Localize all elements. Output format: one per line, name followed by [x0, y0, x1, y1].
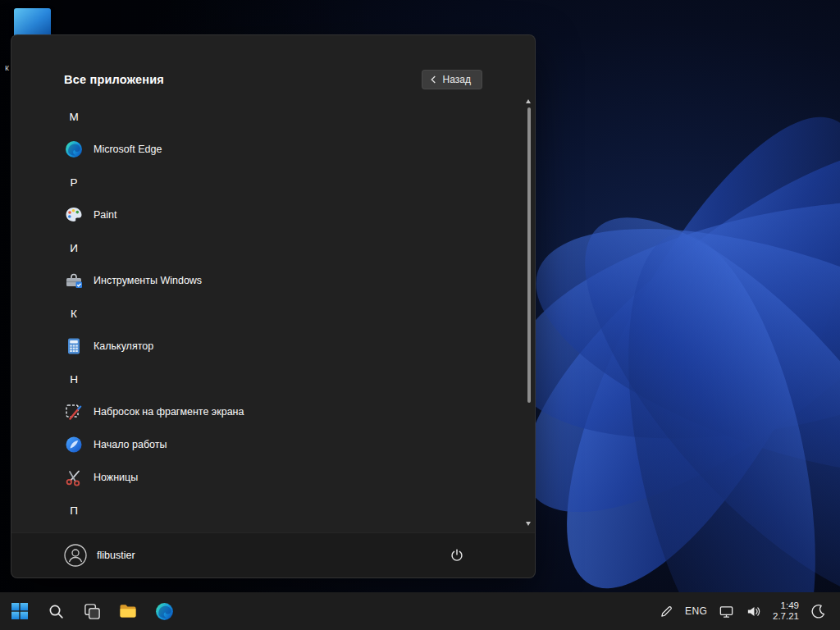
- letter-label: Н: [64, 373, 84, 386]
- desktop-icon-label: к: [5, 62, 9, 72]
- taskbar-app-icons: [0, 592, 184, 630]
- folder-icon: [118, 601, 138, 621]
- edge-taskbar-button[interactable]: [148, 592, 180, 630]
- snip-sketch-icon: [64, 402, 84, 422]
- letter-header-n[interactable]: Н: [64, 363, 510, 395]
- taskbar: ENG 1:49 2.7.21: [0, 592, 840, 630]
- user-name: flibustier: [97, 550, 135, 561]
- app-label: Ножницы: [94, 472, 138, 483]
- letter-label: И: [64, 242, 84, 254]
- calculator-icon: [64, 336, 84, 356]
- letter-header-k[interactable]: К: [64, 297, 510, 330]
- app-row-snipping-tool[interactable]: Ножницы: [64, 461, 510, 494]
- clock-date: 2.7.21: [773, 611, 799, 623]
- all-apps-header: Все приложения Назад: [64, 70, 482, 89]
- user-profile[interactable]: flibustier: [64, 544, 135, 567]
- letter-label: M: [64, 111, 84, 123]
- language-indicator[interactable]: ENG: [679, 595, 713, 628]
- windows-logo-icon: [10, 601, 30, 621]
- desktop-icon-image: [14, 8, 51, 38]
- pen-tray-button[interactable]: [654, 595, 679, 628]
- start-menu-panel: Все приложения Назад M Microsoft Edg: [11, 34, 536, 578]
- speaker-icon: [746, 604, 761, 619]
- letter-header-p[interactable]: P: [64, 166, 510, 199]
- back-button[interactable]: Назад: [422, 70, 482, 89]
- edge-icon: [154, 601, 175, 622]
- letter-label: П: [64, 504, 84, 517]
- power-button[interactable]: [443, 541, 471, 569]
- back-button-label: Назад: [443, 74, 471, 85]
- focus-assist-button[interactable]: [805, 595, 832, 628]
- task-view-button[interactable]: [75, 592, 108, 630]
- app-label: Калькулятор: [94, 340, 153, 352]
- task-view-icon: [83, 602, 102, 621]
- chevron-left-icon: [430, 75, 437, 84]
- app-row-microsoft-edge[interactable]: Microsoft Edge: [64, 133, 510, 166]
- user-avatar-icon: [64, 544, 87, 567]
- search-icon: [48, 603, 65, 620]
- desktop-icon[interactable]: к: [14, 8, 51, 38]
- scrollbar[interactable]: [526, 99, 532, 526]
- app-row-windows-tools[interactable]: Инструменты Windows: [64, 264, 510, 297]
- pen-icon: [660, 605, 673, 619]
- clock-time: 1:49: [773, 600, 799, 612]
- letter-label: К: [64, 308, 84, 320]
- all-apps-list: M Microsoft Edge P: [64, 100, 510, 527]
- app-row-calculator[interactable]: Калькулятор: [64, 330, 510, 363]
- app-row-get-started[interactable]: Начало работы: [64, 428, 510, 461]
- search-button[interactable]: [39, 592, 72, 630]
- app-label: Набросок на фрагменте экрана: [94, 406, 244, 418]
- letter-header-pe[interactable]: П: [64, 494, 510, 527]
- network-icon: [719, 604, 734, 619]
- moon-icon: [810, 604, 826, 619]
- all-apps-title: Все приложения: [64, 73, 164, 86]
- system-tray: ENG 1:49 2.7.21: [654, 595, 840, 628]
- file-explorer-button[interactable]: [112, 592, 144, 630]
- clock[interactable]: 1:49 2.7.21: [767, 600, 805, 623]
- letter-label: P: [64, 176, 84, 189]
- scrollbar-up-arrow-icon[interactable]: [526, 99, 531, 103]
- app-label: Microsoft Edge: [94, 144, 162, 155]
- scrollbar-down-arrow-icon[interactable]: [526, 522, 531, 526]
- power-icon: [450, 548, 464, 563]
- app-row-snip-sketch[interactable]: Набросок на фрагменте экрана: [64, 395, 510, 428]
- letter-header-i[interactable]: И: [64, 231, 510, 264]
- start-button[interactable]: [3, 592, 36, 630]
- app-row-paint[interactable]: Paint: [64, 199, 510, 231]
- snipping-tool-icon: [64, 468, 84, 487]
- scrollbar-thumb[interactable]: [527, 107, 531, 403]
- edge-icon: [64, 139, 84, 159]
- language-label: ENG: [685, 605, 707, 617]
- app-label: Инструменты Windows: [94, 275, 202, 286]
- app-label: Начало работы: [94, 439, 167, 450]
- network-tray-button[interactable]: [713, 595, 740, 628]
- volume-tray-button[interactable]: [740, 595, 767, 628]
- get-started-icon: [64, 435, 84, 454]
- windows-tools-icon: [64, 271, 84, 290]
- start-menu-footer: flibustier: [11, 532, 535, 578]
- letter-header-m[interactable]: M: [64, 100, 510, 133]
- app-label: Paint: [94, 209, 117, 221]
- paint-icon: [64, 205, 84, 225]
